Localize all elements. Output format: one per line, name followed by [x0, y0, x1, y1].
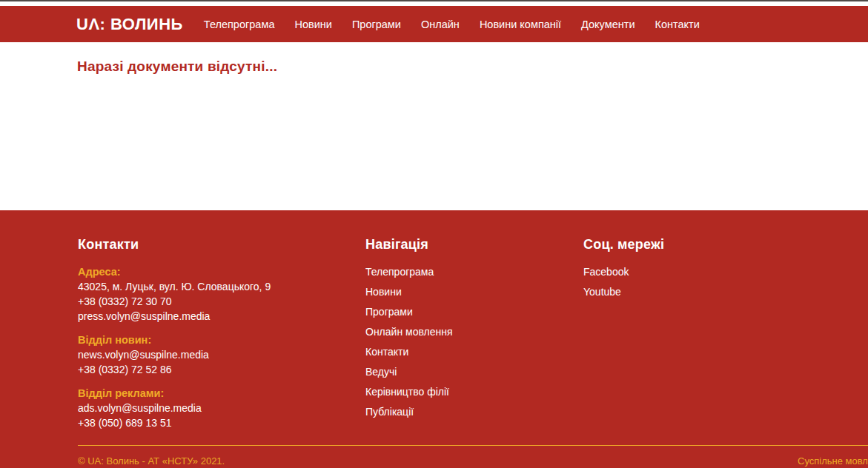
footer-link-kontakty[interactable]: Контакти [365, 346, 408, 358]
nav-item-prohramy[interactable]: Програми [352, 18, 401, 31]
footer-social-item[interactable]: Youtube [583, 284, 746, 299]
nav-link-teleprograma[interactable]: Телепрограма [204, 19, 275, 30]
address-value: 43025, м. Луцьк, вул. Ю. Словацького, 9 [78, 279, 352, 294]
footer-navigation-column: Навігація Телепрограма Новини Програми О… [365, 237, 566, 424]
nav-link-dokumenty[interactable]: Документи [581, 19, 635, 30]
phone-ads: +38 (050) 689 13 51 [78, 415, 352, 430]
footer-contacts-title: Контакти [78, 237, 352, 253]
footer-social-list: Facebook Youtube [583, 264, 746, 299]
nav-link-onlain[interactable]: Онлайн [421, 19, 460, 30]
suspilne-movlennia-link[interactable]: Суспільне мовлення [798, 455, 868, 467]
footer-link-publikatsii[interactable]: Публікації [365, 406, 414, 418]
footer-nav-item[interactable]: Керівництво філії [365, 384, 566, 399]
footer-navigation-title: Навігація [365, 237, 566, 253]
footer-link-prohramy[interactable]: Програми [365, 306, 413, 318]
main-nav: Телепрограма Новини Програми Онлайн Нови… [204, 18, 700, 31]
nav-item-novyny-kompanii[interactable]: Новини компанії [480, 18, 561, 31]
main-content: Наразі документи відсутні... [0, 42, 868, 210]
footer-navigation-list: Телепрограма Новини Програми Онлайн мовл… [365, 264, 566, 419]
footer-link-kerivnytstvo[interactable]: Керівництво філії [365, 386, 449, 398]
news-dept-label: Відділ новин: [78, 332, 352, 347]
footer-link-novyny[interactable]: Новини [365, 286, 402, 298]
phone-news: +38 (0332) 72 52 86 [78, 362, 352, 377]
footer-social-title: Соц. мережі [583, 237, 746, 253]
window-top-border [0, 0, 868, 1]
youtube-link[interactable]: Youtube [583, 286, 621, 298]
email-press[interactable]: press.volyn@suspilne.media [78, 310, 210, 322]
footer-contacts-column: Контакти Адреса: 43025, м. Луцьк, вул. Ю… [78, 237, 352, 439]
footer-link-teleprograma[interactable]: Телепрограма [365, 266, 434, 278]
footer-nav-item[interactable]: Публікації [365, 404, 566, 419]
site-footer: Контакти Адреса: 43025, м. Луцьк, вул. Ю… [0, 210, 868, 468]
contact-group-ads: Відділ реклами: ads.volyn@suspilne.media… [78, 386, 352, 430]
footer-nav-item[interactable]: Новини [365, 284, 566, 299]
nav-link-prohramy[interactable]: Програми [352, 19, 401, 30]
site-header: UΛ: ВОЛИНЬ Телепрограма Новини Програми … [0, 6, 868, 42]
contact-group-address: Адреса: 43025, м. Луцьк, вул. Ю. Словаць… [78, 264, 352, 324]
site-logo[interactable]: UΛ: ВОЛИНЬ [76, 15, 183, 34]
address-label: Адреса: [78, 264, 352, 279]
footer-nav-item[interactable]: Ведучі [365, 364, 566, 379]
nav-link-novyny-kompanii[interactable]: Новини компанії [480, 19, 561, 30]
email-ads[interactable]: ads.volyn@suspilne.media [78, 402, 202, 414]
footer-nav-item[interactable]: Контакти [365, 344, 566, 359]
footer-social-item[interactable]: Facebook [583, 264, 746, 279]
footer-nav-item[interactable]: Програми [365, 304, 566, 319]
phone-main: +38 (0332) 72 30 70 [78, 294, 352, 309]
nav-item-novyny[interactable]: Новини [294, 18, 331, 31]
ads-dept-label: Відділ реклами: [78, 386, 352, 401]
nav-link-kontakty[interactable]: Контакти [655, 19, 700, 30]
facebook-link[interactable]: Facebook [583, 266, 629, 278]
nav-item-teleprograma[interactable]: Телепрограма [204, 18, 275, 31]
footer-divider-line [78, 445, 868, 446]
nav-item-kontakty[interactable]: Контакти [655, 18, 700, 31]
nav-item-dokumenty[interactable]: Документи [581, 18, 635, 31]
copyright-text: © UA: Волинь - АТ «НСТУ» 2021. [78, 455, 225, 467]
footer-link-onlain-movlennia[interactable]: Онлайн мовлення [365, 326, 453, 338]
nav-link-novyny[interactable]: Новини [294, 19, 331, 30]
email-news[interactable]: news.volyn@suspilne.media [78, 349, 209, 361]
empty-documents-message: Наразі документи відсутні... [77, 58, 277, 75]
footer-link-veduchi[interactable]: Ведучі [365, 366, 397, 378]
footer-social-column: Соц. мережі Facebook Youtube [583, 237, 746, 304]
footer-nav-item[interactable]: Телепрограма [365, 264, 566, 279]
footer-nav-item[interactable]: Онлайн мовлення [365, 324, 566, 339]
contact-group-news: Відділ новин: news.volyn@suspilne.media … [78, 332, 352, 377]
nav-item-onlain[interactable]: Онлайн [421, 18, 460, 31]
